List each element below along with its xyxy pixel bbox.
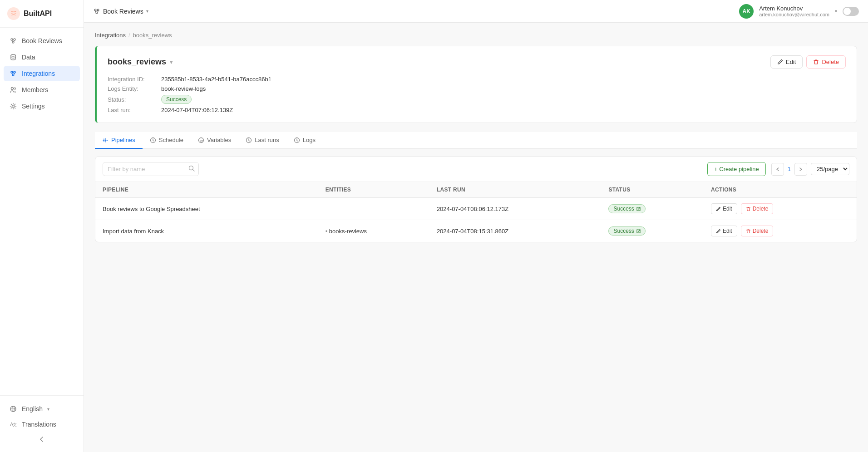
svg-point-13 (14, 88, 16, 89)
pipeline-table-body: Book reviews to Google Spreadsheet 2024-… (95, 198, 857, 242)
filter-search-button[interactable] (185, 162, 198, 176)
svg-point-12 (11, 88, 14, 90)
integration-dropdown-icon[interactable]: ▾ (170, 59, 173, 65)
status-cell: Success (601, 220, 704, 242)
sidebar-item-members[interactable]: Members (4, 82, 80, 98)
row-delete-button[interactable]: Delete (741, 226, 774, 236)
create-pipeline-button[interactable]: + Create pipeline (707, 162, 766, 176)
chevron-right-icon (799, 167, 803, 172)
meta-row-lastrun: Last run: 2024-07-04T07:06:12.139Z (108, 107, 846, 113)
sidebar-item-members-label: Members (22, 86, 48, 93)
pagination-prev-button[interactable] (771, 163, 784, 176)
tab-variables[interactable]: @ Variables (191, 132, 238, 149)
external-link-icon (636, 229, 641, 233)
pipeline-tab-icon (102, 137, 108, 143)
integration-card: books_reviews ▾ Edit Delete (95, 46, 857, 123)
col-entities: Entities (318, 182, 429, 198)
header-left: Book Reviews ▾ (93, 8, 148, 15)
edit-icon (777, 59, 783, 65)
logo-text: BuiltAPI (24, 10, 52, 18)
edit-icon (716, 206, 721, 211)
page-content: Integrations / books_reviews books_revie… (84, 23, 868, 452)
meta-label-id: Integration ID: (108, 76, 158, 83)
app-name-icon (93, 8, 100, 15)
integration-delete-button[interactable]: Delete (806, 55, 846, 69)
svg-point-9 (12, 74, 14, 76)
row-delete-button[interactable]: Delete (741, 203, 774, 214)
status-cell: Success (601, 198, 704, 220)
filter-input[interactable] (103, 163, 185, 175)
integration-actions: Edit Delete (770, 55, 846, 69)
last-run-cell: 2024-07-04T08:06:12.173Z (429, 198, 602, 220)
breadcrumb-separator: / (128, 32, 130, 39)
header-right: AK Artem Konuchov artem.konuchov@wiredhu… (739, 4, 859, 19)
app-name-selector[interactable]: Book Reviews ▾ (93, 8, 148, 15)
table-row: Import data from Knack • books-reviews 2… (95, 220, 857, 242)
tab-logs[interactable]: Logs (286, 132, 323, 149)
sidebar: BuiltAPI Book Reviews (0, 0, 84, 452)
meta-label-status: Status: (108, 96, 158, 103)
svg-line-4 (12, 39, 13, 41)
delete-icon (746, 229, 751, 234)
breadcrumb-current: books_reviews (133, 32, 172, 39)
col-pipeline: Pipeline (95, 182, 318, 198)
meta-label-lastrun: Last run: (108, 107, 158, 113)
edit-icon (716, 229, 721, 234)
sidebar-translations[interactable]: A 文 Translations (4, 417, 80, 432)
chevron-down-icon: ▾ (47, 407, 49, 412)
sidebar-item-integrations[interactable]: Integrations (4, 66, 80, 81)
user-email: artem.konuchov@wiredhut.com (759, 12, 829, 17)
row-edit-button[interactable]: Edit (711, 226, 737, 236)
top-header: Book Reviews ▾ AK Artem Konuchov artem.k… (84, 0, 868, 23)
svg-point-22 (96, 12, 98, 14)
integration-name: books_reviews (108, 57, 166, 67)
sidebar-language[interactable]: English ▾ (4, 401, 80, 417)
filter-input-wrap (103, 162, 199, 176)
meta-row-status: Status: Success (108, 95, 846, 104)
svg-line-11 (14, 72, 15, 74)
user-info: Artem Konuchov artem.konuchov@wiredhut.c… (759, 5, 829, 17)
per-page-select[interactable]: 25/page (811, 163, 849, 175)
svg-line-5 (14, 39, 15, 41)
integration-title: books_reviews ▾ (108, 57, 173, 67)
pagination: 1 25/page (771, 163, 849, 176)
tab-schedule[interactable]: Schedule (143, 132, 191, 149)
integration-edit-button[interactable]: Edit (770, 55, 803, 69)
tab-logs-label: Logs (303, 137, 316, 143)
globe-icon (9, 405, 17, 413)
external-link-icon (636, 206, 641, 211)
sidebar-item-settings[interactable]: Settings (4, 98, 80, 114)
table-toolbar-right: + Create pipeline 1 (707, 162, 849, 176)
logo[interactable]: BuiltAPI (0, 0, 84, 28)
schedule-icon (150, 137, 156, 143)
user-dropdown-icon[interactable]: ▾ (835, 9, 837, 14)
header-app-name-text: Book Reviews (103, 8, 143, 15)
sidebar-bottom: English ▾ A 文 Translations (0, 395, 84, 452)
table-header-row: Pipeline Entities Last run Status Action… (95, 182, 857, 198)
search-icon (188, 165, 195, 172)
table-toolbar: + Create pipeline 1 (95, 157, 857, 182)
page-number: 1 (788, 166, 791, 172)
integration-meta: Integration ID: 235585b1-8533-4a2f-b541-… (108, 76, 846, 113)
last-run-cell: 2024-07-04T08:15:31.860Z (429, 220, 602, 242)
tab-pipelines[interactable]: Pipelines (95, 132, 143, 149)
row-edit-button[interactable]: Edit (711, 203, 737, 214)
integrations-icon (9, 69, 17, 78)
toggle-switch[interactable] (843, 7, 859, 16)
tab-last-runs[interactable]: Last runs (238, 132, 286, 149)
pipeline-name-cell: Import data from Knack (95, 220, 318, 242)
delete-icon (813, 59, 819, 65)
meta-value-id: 235585b1-8533-4a2f-b541-ba76accc86b1 (161, 76, 271, 83)
col-status: Status (601, 182, 704, 198)
tab-last-runs-label: Last runs (255, 137, 279, 143)
data-icon (9, 53, 17, 61)
sidebar-nav: Book Reviews Data (0, 28, 84, 395)
create-pipeline-label: + Create pipeline (714, 166, 759, 172)
sidebar-item-data[interactable]: Data (4, 49, 80, 65)
breadcrumb-integrations[interactable]: Integrations (95, 32, 126, 39)
sidebar-collapse-button[interactable] (4, 432, 80, 447)
integration-header: books_reviews ▾ Edit Delete (108, 55, 846, 69)
sidebar-item-book-reviews[interactable]: Book Reviews (4, 33, 80, 49)
pagination-next-button[interactable] (794, 163, 807, 176)
settings-icon (9, 102, 17, 110)
